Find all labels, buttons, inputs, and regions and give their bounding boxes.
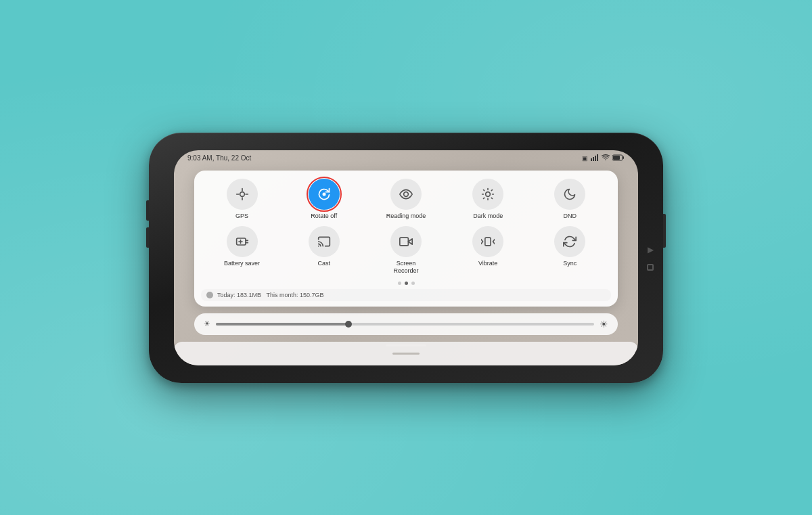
dnd-circle [554, 179, 585, 210]
power-button[interactable] [663, 214, 666, 248]
gps-label: GPS [235, 212, 248, 220]
vibrate-toggle[interactable]: Vibrate [465, 226, 511, 275]
sim-icon: ▣ [582, 155, 588, 162]
sync-toggle[interactable]: Sync [547, 226, 593, 275]
dot-3 [411, 282, 415, 285]
svg-rect-30 [400, 238, 409, 246]
dark-mode-label: Dark mode [473, 212, 503, 220]
svg-line-17 [484, 189, 484, 190]
data-dot-icon [206, 292, 213, 298]
signal-icon [591, 154, 599, 162]
svg-line-22 [491, 189, 492, 190]
pagination-dots [201, 282, 611, 285]
svg-point-12 [322, 192, 325, 196]
volume-down-button[interactable] [146, 227, 149, 248]
dark-mode-circle [472, 179, 503, 210]
data-today: Today: 183.1MB This month: 150.7GB [217, 292, 324, 298]
svg-marker-29 [408, 239, 412, 244]
volume-up-button[interactable] [146, 200, 149, 221]
battery-icon [612, 154, 625, 162]
battery-saver-circle [227, 226, 258, 257]
vibrate-circle [472, 226, 503, 257]
dark-mode-toggle[interactable]: Dark mode [465, 179, 511, 220]
dot-1 [398, 282, 401, 285]
cast-label: Cast [318, 260, 331, 267]
svg-rect-3 [597, 154, 598, 161]
status-icons: ▣ [582, 154, 625, 162]
brightness-handle[interactable] [345, 321, 352, 328]
cast-toggle[interactable]: Cast [301, 226, 347, 275]
gps-circle [227, 179, 258, 210]
svg-rect-31 [485, 238, 491, 246]
sync-circle [554, 226, 585, 257]
phone-screen: 9:03 AM, Thu, 22 Oct ▣ [174, 150, 638, 365]
reading-mode-circle [390, 179, 422, 210]
screen-recorder-label: Screen Recorder [383, 260, 429, 275]
phone-wrapper: ▶ 9:03 AM, Thu, 22 Oct ▣ [149, 133, 663, 383]
brightness-fill [216, 323, 348, 326]
svg-line-21 [484, 198, 484, 198]
bottom-sheet [174, 342, 638, 365]
back-arrow-icon: ▶ [648, 245, 654, 254]
dnd-label: DND [564, 212, 577, 220]
reading-mode-label: Reading mode [386, 212, 426, 220]
brightness-track[interactable] [216, 323, 594, 326]
svg-point-11 [240, 192, 244, 196]
brightness-min-icon: ☀ [204, 319, 210, 328]
wifi-icon [602, 154, 610, 162]
svg-rect-1 [593, 157, 594, 161]
bottom-sheet-handle [392, 353, 420, 355]
recents-square-icon [647, 264, 654, 271]
battery-saver-label: Battery saver [224, 260, 260, 267]
quick-toggle-row-1: GPS Rotate off [201, 179, 611, 220]
reading-mode-toggle[interactable]: Reading mode [383, 179, 429, 220]
svg-line-18 [491, 198, 492, 198]
rotate-off-circle [309, 179, 340, 210]
gps-toggle[interactable]: GPS [219, 179, 265, 220]
rotate-off-label: Rotate off [311, 212, 337, 220]
svg-rect-0 [591, 158, 592, 161]
brightness-max-icon: ☀ [600, 319, 608, 330]
svg-rect-6 [623, 156, 624, 159]
screen-recorder-toggle[interactable]: Screen Recorder [383, 226, 429, 275]
brightness-bar[interactable]: ☀ ☀ [194, 313, 618, 335]
dnd-toggle[interactable]: DND [547, 179, 593, 220]
status-time: 9:03 AM, Thu, 22 Oct [187, 154, 251, 162]
quick-toggle-row-2: Battery saver Cast [201, 226, 611, 275]
svg-rect-2 [595, 156, 596, 161]
dot-2 [405, 282, 408, 285]
data-usage-row: Today: 183.1MB This month: 150.7GB [201, 289, 611, 301]
phone-body: ▶ 9:03 AM, Thu, 22 Oct ▣ [149, 133, 663, 383]
sync-label: Sync [563, 260, 577, 267]
cast-circle [309, 226, 340, 257]
quick-settings-panel: GPS Rotate off [194, 171, 618, 307]
status-bar: 9:03 AM, Thu, 22 Oct ▣ [174, 150, 638, 166]
svg-point-14 [486, 192, 491, 196]
screen-recorder-circle [390, 226, 422, 257]
battery-saver-toggle[interactable]: Battery saver [219, 226, 265, 275]
svg-point-13 [404, 192, 409, 196]
rotate-off-toggle[interactable]: Rotate off [301, 179, 347, 220]
vibrate-label: Vibrate [478, 260, 497, 267]
svg-rect-5 [613, 156, 620, 160]
